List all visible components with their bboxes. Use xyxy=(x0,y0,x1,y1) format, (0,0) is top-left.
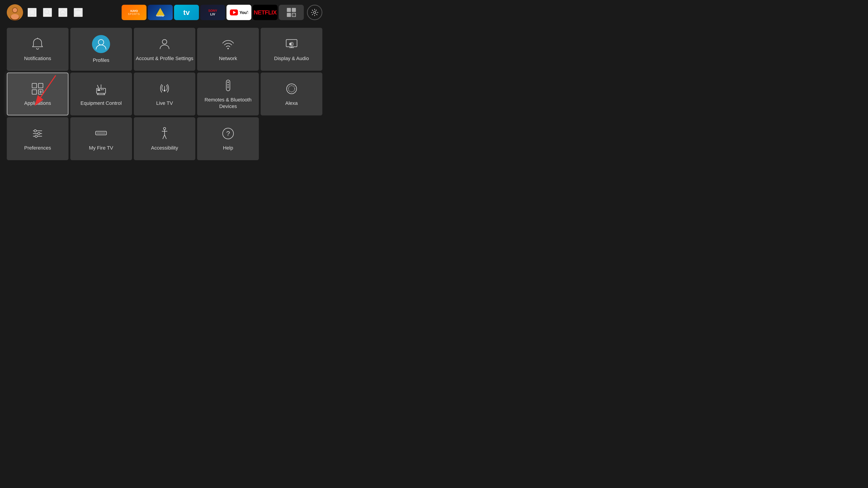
notifications-tile[interactable]: Notifications xyxy=(7,28,68,71)
accessibility-icon xyxy=(157,126,172,141)
applications-tile[interactable]: Applications xyxy=(7,72,68,116)
live-tv-tile[interactable]: Live TV xyxy=(134,72,195,116)
search-button[interactable] xyxy=(43,8,52,17)
svg-point-17 xyxy=(162,39,167,44)
display-audio-tile[interactable]: Display & Audio xyxy=(260,28,322,71)
my-fire-tv-icon xyxy=(94,126,108,141)
svg-rect-24 xyxy=(32,84,37,88)
netflix-app[interactable]: NETFLIX xyxy=(253,5,278,20)
preferences-label: Preferences xyxy=(24,145,51,151)
accessibility-label: Accessibility xyxy=(151,145,178,151)
svg-point-50 xyxy=(34,130,36,132)
home-button[interactable] xyxy=(58,8,67,17)
my-fire-tv-label: My Fire TV xyxy=(89,145,113,151)
applications-label: Applications xyxy=(24,100,51,107)
svg-point-51 xyxy=(38,132,40,135)
alexa-label: Alexa xyxy=(285,100,298,107)
svg-point-39 xyxy=(164,90,165,92)
svg-point-46 xyxy=(288,86,295,92)
tv-label: tv xyxy=(183,8,190,17)
settings-button[interactable] xyxy=(307,5,322,20)
svg-rect-32 xyxy=(101,89,102,90)
svg-point-5 xyxy=(45,10,49,14)
kayo-app[interactable]: KAYOSPORTS xyxy=(122,5,147,20)
svg-rect-25 xyxy=(38,84,43,88)
svg-point-45 xyxy=(287,84,297,94)
notifications-label: Notifications xyxy=(24,55,51,62)
my-fire-tv-tile[interactable]: My Fire TV xyxy=(70,117,132,160)
equipment-control-tile[interactable]: Equipment Control xyxy=(70,72,132,116)
youtube-app[interactable]: YouTube xyxy=(226,5,251,20)
network-label: Network xyxy=(219,55,237,62)
svg-text:hotstar: hotstar xyxy=(156,15,164,17)
svg-rect-54 xyxy=(96,132,105,134)
help-tile[interactable]: ? Help xyxy=(197,117,259,160)
alexa-tile[interactable]: Alexa xyxy=(260,72,322,116)
live-tv-icon xyxy=(157,82,172,96)
preferences-icon xyxy=(30,126,45,141)
top-nav: KAYOSPORTS hotstar tv SONY LIV xyxy=(0,0,329,25)
equipment-control-icon xyxy=(94,82,108,96)
profiles-label: Profiles xyxy=(93,57,110,64)
svg-rect-33 xyxy=(103,89,103,90)
bookmark-button[interactable] xyxy=(28,8,37,17)
svg-point-3 xyxy=(13,8,17,12)
remotes-icon xyxy=(221,78,235,93)
profiles-tile[interactable]: Profiles xyxy=(70,28,132,71)
account-icon xyxy=(157,37,172,51)
live-tv-label: Live TV xyxy=(156,100,173,107)
svg-rect-26 xyxy=(32,90,37,94)
network-tile[interactable]: Network xyxy=(197,28,259,71)
svg-point-41 xyxy=(227,82,229,83)
svg-point-55 xyxy=(163,127,166,130)
remotes-bluetooth-label: Remotes & Bluetooth Devices xyxy=(197,97,259,109)
svg-point-52 xyxy=(35,135,37,137)
svg-line-6 xyxy=(49,13,51,15)
svg-text:YouTube: YouTube xyxy=(240,10,248,15)
svg-point-14 xyxy=(313,11,316,13)
preferences-tile[interactable]: Preferences xyxy=(7,117,68,160)
help-label: Help xyxy=(223,145,233,151)
settings-grid: Notifications Profiles Account & Profile… xyxy=(0,26,329,162)
help-icon: ? xyxy=(221,126,235,141)
svg-rect-7 xyxy=(62,13,64,15)
account-profile-label: Account & Profile Settings xyxy=(136,55,193,62)
network-icon xyxy=(221,37,235,51)
avatar[interactable] xyxy=(7,4,23,21)
nav-icons xyxy=(28,8,83,17)
svg-line-37 xyxy=(97,85,99,88)
svg-rect-8 xyxy=(75,11,82,15)
app-shortcuts: KAYOSPORTS hotstar tv SONY LIV xyxy=(122,5,322,20)
equipment-control-label: Equipment Control xyxy=(81,100,122,107)
hotstar-app[interactable]: hotstar xyxy=(148,5,173,20)
svg-text:?: ? xyxy=(226,130,230,137)
notifications-icon xyxy=(30,37,45,51)
display-audio-icon xyxy=(284,37,299,51)
svg-point-18 xyxy=(227,48,229,49)
tv-app[interactable]: tv xyxy=(174,5,199,20)
svg-point-4 xyxy=(11,14,19,20)
account-profile-tile[interactable]: Account & Profile Settings xyxy=(134,28,195,71)
alexa-icon xyxy=(284,82,299,96)
live-tv-nav-button[interactable] xyxy=(74,8,83,17)
accessibility-tile[interactable]: Accessibility xyxy=(134,117,195,160)
svg-point-16 xyxy=(98,39,104,45)
applications-icon xyxy=(30,82,45,96)
svg-rect-31 xyxy=(97,89,100,91)
profiles-icon xyxy=(92,35,110,53)
sonyliv-app[interactable]: SONY LIV xyxy=(200,5,225,20)
display-audio-label: Display & Audio xyxy=(274,55,309,62)
netflix-label: NETFLIX xyxy=(254,9,276,16)
remotes-bluetooth-tile[interactable]: Remotes & Bluetooth Devices xyxy=(197,72,259,116)
more-apps[interactable]: + xyxy=(279,5,304,20)
